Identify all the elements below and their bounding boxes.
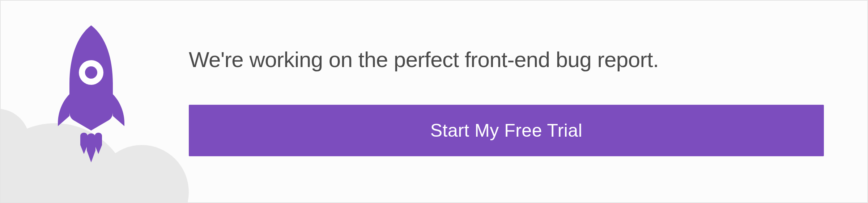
start-free-trial-button[interactable]: Start My Free Trial — [189, 105, 824, 156]
rocket-illustration — [1, 0, 182, 203]
rocket-icon — [55, 25, 127, 163]
svg-point-1 — [85, 66, 97, 79]
promo-banner: We're working on the perfect front-end b… — [0, 0, 868, 203]
banner-content: We're working on the perfect front-end b… — [182, 47, 867, 156]
headline-text: We're working on the perfect front-end b… — [189, 47, 824, 72]
